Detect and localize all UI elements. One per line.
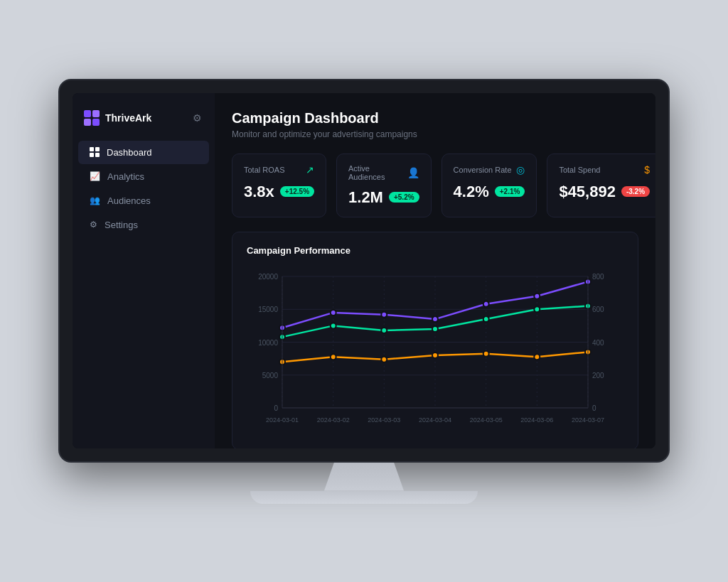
metric-card-conversion-rate: Conversion Rate ◎ 4.2% +2.1%	[441, 153, 537, 217]
svg-text:800: 800	[592, 273, 604, 281]
svg-point-44	[331, 354, 336, 360]
metrics-grid: Total ROAS ↗ 3.8x +12.5% Active Audience…	[232, 153, 638, 217]
svg-point-46	[432, 352, 438, 358]
svg-point-41	[534, 306, 540, 312]
svg-point-47	[483, 350, 489, 356]
svg-point-48	[534, 354, 540, 360]
svg-text:15000: 15000	[258, 306, 278, 313]
sidebar: ThriveArk ⚙ Dashboard 📈 Analytics 👥 Audi…	[73, 93, 215, 448]
chart-title: Campaign Performance	[247, 245, 623, 256]
svg-text:2024-03-02: 2024-03-02	[317, 416, 350, 424]
logo-text: ThriveArk	[105, 112, 151, 124]
svg-text:2024-03-04: 2024-03-04	[419, 416, 451, 424]
monitor-bezel: ThriveArk ⚙ Dashboard 📈 Analytics 👥 Audi…	[58, 79, 670, 463]
svg-text:20000: 20000	[258, 273, 278, 281]
metric-icon: $	[644, 164, 650, 176]
metric-header: Conversion Rate ◎	[454, 164, 525, 176]
metric-card-active-audiences: Active Audiences 👤 1.2M +5.2%	[336, 153, 432, 217]
metric-value: 3.8x	[244, 183, 274, 201]
metric-badge: +2.1%	[495, 186, 525, 197]
screen: ThriveArk ⚙ Dashboard 📈 Analytics 👥 Audi…	[73, 93, 655, 448]
svg-point-45	[381, 356, 387, 362]
metric-value: 1.2M	[348, 188, 383, 207]
nav-item-label: Dashboard	[107, 147, 152, 158]
svg-text:10000: 10000	[258, 338, 278, 346]
metric-value-row: 3.8x +12.5%	[244, 183, 314, 201]
metric-icon: 👤	[407, 167, 419, 178]
main-content: Campaign Dashboard Monitor and optimize …	[215, 93, 655, 448]
metric-icon: ◎	[516, 164, 525, 176]
settings-icon: ⚙	[90, 220, 97, 230]
svg-point-34	[534, 293, 540, 298]
metric-header: Active Audiences 👤	[348, 164, 419, 181]
chart-card: Campaign Performance 0500010000150002000…	[232, 232, 638, 448]
svg-text:600: 600	[592, 306, 604, 313]
performance-chart: 0500010000150002000002004006008002024-03…	[247, 266, 623, 436]
metric-header: Total Spend $	[559, 164, 650, 176]
metric-value-row: $45,892 -3.2%	[559, 183, 650, 201]
metric-label: Conversion Rate	[454, 166, 512, 174]
svg-point-30	[331, 309, 336, 315]
svg-text:5000: 5000	[262, 371, 279, 379]
metric-badge: +5.2%	[389, 192, 419, 203]
svg-text:0: 0	[592, 404, 596, 412]
metric-value-row: 4.2% +2.1%	[454, 183, 525, 201]
svg-point-37	[331, 323, 336, 328]
metric-value: 4.2%	[454, 183, 489, 201]
logo: ThriveArk	[84, 110, 151, 126]
page-subtitle: Monitor and optimize your advertising ca…	[232, 129, 638, 139]
dashboard-icon	[90, 147, 100, 157]
page-title: Campaign Dashboard	[232, 110, 638, 126]
sidebar-item-analytics[interactable]: 📈 Analytics	[78, 165, 209, 188]
nav-item-label: Settings	[105, 220, 138, 230]
metric-header: Total ROAS ↗	[244, 164, 314, 176]
logo-icon	[84, 110, 100, 126]
monitor-base	[250, 491, 478, 504]
nav-item-label: Audiences	[107, 195, 151, 206]
nav-menu: Dashboard 📈 Analytics 👥 Audiences ⚙ Sett…	[73, 140, 215, 237]
svg-point-33	[483, 301, 489, 306]
sidebar-item-audiences[interactable]: 👥 Audiences	[78, 189, 209, 212]
metric-badge: -3.2%	[621, 186, 650, 197]
svg-point-32	[432, 316, 438, 322]
svg-point-39	[432, 326, 438, 332]
metric-value: $45,892	[559, 183, 616, 201]
svg-text:2024-03-01: 2024-03-01	[266, 416, 299, 424]
sidebar-logo-area: ThriveArk ⚙	[73, 104, 215, 140]
nav-item-label: Analytics	[107, 171, 144, 182]
sidebar-item-settings[interactable]: ⚙ Settings	[78, 213, 209, 237]
svg-text:2024-03-07: 2024-03-07	[572, 416, 604, 424]
svg-text:400: 400	[592, 338, 604, 346]
metric-label: Total Spend	[559, 166, 600, 174]
svg-point-40	[483, 316, 489, 322]
metric-card-total-spend: Total Spend $ $45,892 -3.2%	[547, 153, 655, 217]
metric-value-row: 1.2M +5.2%	[348, 188, 419, 207]
audiences-icon: 👥	[90, 195, 100, 205]
metric-label: Total ROAS	[244, 166, 284, 174]
metric-icon: ↗	[306, 164, 314, 176]
svg-text:200: 200	[592, 371, 604, 379]
analytics-icon: 📈	[90, 171, 100, 181]
svg-point-38	[381, 327, 387, 333]
svg-point-31	[381, 311, 387, 317]
svg-text:0: 0	[274, 404, 278, 412]
sidebar-item-dashboard[interactable]: Dashboard	[78, 141, 209, 164]
svg-text:2024-03-03: 2024-03-03	[368, 416, 400, 424]
metric-badge: +12.5%	[280, 186, 314, 197]
svg-text:2024-03-05: 2024-03-05	[470, 416, 503, 424]
metric-label: Active Audiences	[348, 164, 407, 181]
monitor-neck	[314, 463, 414, 491]
metric-card-total-roas: Total ROAS ↗ 3.8x +12.5%	[232, 153, 326, 217]
chart-container: 0500010000150002000002004006008002024-03…	[247, 266, 623, 436]
svg-text:2024-03-06: 2024-03-06	[520, 416, 553, 424]
settings-gear-icon[interactable]: ⚙	[191, 111, 203, 125]
